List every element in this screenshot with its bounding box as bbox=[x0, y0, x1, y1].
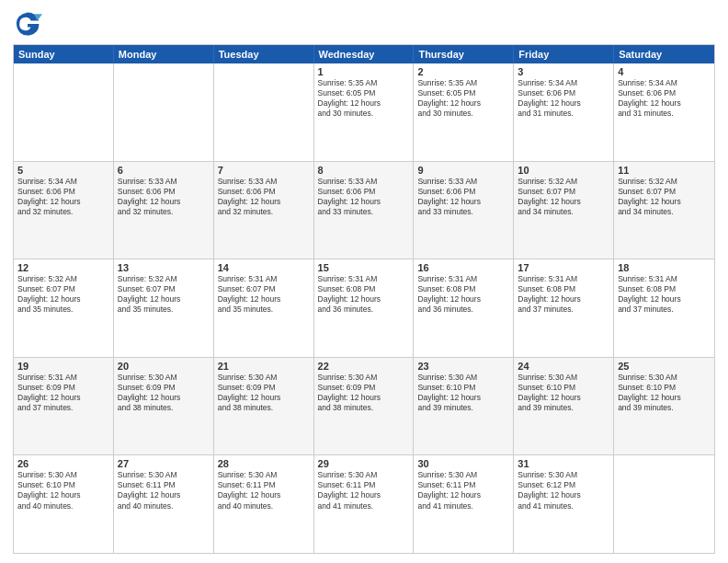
day-number: 31 bbox=[518, 458, 609, 469]
cal-cell-0-6: 4Sunrise: 5:34 AM Sunset: 6:06 PM Daylig… bbox=[614, 63, 714, 161]
cal-cell-0-5: 3Sunrise: 5:34 AM Sunset: 6:06 PM Daylig… bbox=[514, 63, 614, 161]
cell-info: Sunrise: 5:30 AM Sunset: 6:11 PM Dayligh… bbox=[118, 470, 210, 511]
day-number: 6 bbox=[118, 165, 210, 176]
calendar-body: 1Sunrise: 5:35 AM Sunset: 6:05 PM Daylig… bbox=[14, 63, 714, 553]
cal-cell-4-2: 28Sunrise: 5:30 AM Sunset: 6:11 PM Dayli… bbox=[214, 455, 314, 553]
day-number: 25 bbox=[618, 361, 711, 372]
day-number: 12 bbox=[17, 262, 109, 273]
cal-cell-2-2: 14Sunrise: 5:31 AM Sunset: 6:07 PM Dayli… bbox=[214, 259, 314, 357]
day-number: 19 bbox=[17, 361, 109, 372]
day-number: 17 bbox=[518, 262, 609, 273]
cell-info: Sunrise: 5:32 AM Sunset: 6:07 PM Dayligh… bbox=[518, 177, 609, 217]
cell-info: Sunrise: 5:34 AM Sunset: 6:06 PM Dayligh… bbox=[618, 78, 711, 119]
day-number: 7 bbox=[218, 165, 310, 176]
cell-info: Sunrise: 5:32 AM Sunset: 6:07 PM Dayligh… bbox=[618, 177, 711, 217]
calendar-row-1: 5Sunrise: 5:34 AM Sunset: 6:06 PM Daylig… bbox=[14, 161, 714, 259]
day-number: 21 bbox=[218, 361, 310, 372]
cal-cell-2-4: 16Sunrise: 5:31 AM Sunset: 6:08 PM Dayli… bbox=[414, 259, 514, 357]
header-day-monday: Monday bbox=[114, 45, 214, 63]
day-number: 4 bbox=[618, 66, 711, 77]
cell-info: Sunrise: 5:35 AM Sunset: 6:05 PM Dayligh… bbox=[417, 78, 509, 119]
day-number: 1 bbox=[318, 66, 410, 77]
day-number: 9 bbox=[417, 165, 509, 176]
day-number: 3 bbox=[518, 66, 609, 77]
cal-cell-3-4: 23Sunrise: 5:30 AM Sunset: 6:10 PM Dayli… bbox=[414, 358, 514, 455]
cell-info: Sunrise: 5:30 AM Sunset: 6:09 PM Dayligh… bbox=[218, 373, 310, 413]
cal-cell-3-5: 24Sunrise: 5:30 AM Sunset: 6:10 PM Dayli… bbox=[514, 358, 614, 455]
cal-cell-4-4: 30Sunrise: 5:30 AM Sunset: 6:11 PM Dayli… bbox=[414, 455, 514, 553]
cal-cell-3-2: 21Sunrise: 5:30 AM Sunset: 6:09 PM Dayli… bbox=[214, 358, 314, 455]
cell-info: Sunrise: 5:32 AM Sunset: 6:07 PM Dayligh… bbox=[118, 274, 210, 315]
day-number: 20 bbox=[118, 361, 210, 372]
day-number: 28 bbox=[218, 458, 310, 469]
cal-cell-3-6: 25Sunrise: 5:30 AM Sunset: 6:10 PM Dayli… bbox=[614, 358, 714, 455]
day-number: 13 bbox=[118, 262, 210, 273]
cal-cell-2-5: 17Sunrise: 5:31 AM Sunset: 6:08 PM Dayli… bbox=[514, 259, 614, 357]
day-number: 15 bbox=[318, 262, 410, 273]
cal-cell-0-3: 1Sunrise: 5:35 AM Sunset: 6:05 PM Daylig… bbox=[314, 63, 415, 161]
day-number: 10 bbox=[518, 165, 609, 176]
header bbox=[13, 9, 715, 39]
cell-info: Sunrise: 5:33 AM Sunset: 6:06 PM Dayligh… bbox=[118, 177, 210, 217]
day-number: 5 bbox=[17, 165, 109, 176]
cell-info: Sunrise: 5:33 AM Sunset: 6:06 PM Dayligh… bbox=[218, 177, 310, 217]
day-number: 14 bbox=[218, 262, 310, 273]
day-number: 30 bbox=[417, 458, 509, 469]
header-day-thursday: Thursday bbox=[414, 45, 514, 63]
cal-cell-0-2 bbox=[214, 63, 314, 161]
calendar-row-3: 19Sunrise: 5:31 AM Sunset: 6:09 PM Dayli… bbox=[14, 357, 714, 455]
day-number: 11 bbox=[618, 165, 711, 176]
cal-cell-3-3: 22Sunrise: 5:30 AM Sunset: 6:09 PM Dayli… bbox=[314, 358, 415, 455]
day-number: 27 bbox=[118, 458, 210, 469]
calendar-row-4: 26Sunrise: 5:30 AM Sunset: 6:10 PM Dayli… bbox=[14, 454, 714, 553]
cal-cell-4-6 bbox=[614, 455, 714, 553]
cal-cell-1-0: 5Sunrise: 5:34 AM Sunset: 6:06 PM Daylig… bbox=[14, 162, 114, 259]
calendar-row-2: 12Sunrise: 5:32 AM Sunset: 6:07 PM Dayli… bbox=[14, 259, 714, 357]
day-number: 8 bbox=[318, 165, 410, 176]
cal-cell-3-0: 19Sunrise: 5:31 AM Sunset: 6:09 PM Dayli… bbox=[14, 358, 114, 455]
page: SundayMondayTuesdayWednesdayThursdayFrid… bbox=[0, 0, 728, 563]
day-number: 29 bbox=[318, 458, 410, 469]
cal-cell-0-1 bbox=[114, 63, 214, 161]
cell-info: Sunrise: 5:31 AM Sunset: 6:07 PM Dayligh… bbox=[218, 274, 310, 315]
day-number: 16 bbox=[417, 262, 509, 273]
calendar: SundayMondayTuesdayWednesdayThursdayFrid… bbox=[13, 44, 715, 554]
cell-info: Sunrise: 5:30 AM Sunset: 6:11 PM Dayligh… bbox=[318, 470, 410, 511]
cal-cell-4-1: 27Sunrise: 5:30 AM Sunset: 6:11 PM Dayli… bbox=[114, 455, 214, 553]
day-number: 2 bbox=[417, 66, 509, 77]
cal-cell-2-6: 18Sunrise: 5:31 AM Sunset: 6:08 PM Dayli… bbox=[614, 259, 714, 357]
cell-info: Sunrise: 5:30 AM Sunset: 6:09 PM Dayligh… bbox=[118, 373, 210, 413]
cell-info: Sunrise: 5:30 AM Sunset: 6:10 PM Dayligh… bbox=[17, 470, 109, 511]
cell-info: Sunrise: 5:31 AM Sunset: 6:08 PM Dayligh… bbox=[618, 274, 711, 315]
cell-info: Sunrise: 5:33 AM Sunset: 6:06 PM Dayligh… bbox=[417, 177, 509, 217]
cell-info: Sunrise: 5:30 AM Sunset: 6:10 PM Dayligh… bbox=[618, 373, 711, 413]
day-number: 23 bbox=[417, 361, 509, 372]
cell-info: Sunrise: 5:30 AM Sunset: 6:12 PM Dayligh… bbox=[518, 470, 609, 511]
cal-cell-0-4: 2Sunrise: 5:35 AM Sunset: 6:05 PM Daylig… bbox=[414, 63, 514, 161]
day-number: 18 bbox=[618, 262, 711, 273]
cell-info: Sunrise: 5:34 AM Sunset: 6:06 PM Dayligh… bbox=[17, 177, 109, 217]
cell-info: Sunrise: 5:30 AM Sunset: 6:10 PM Dayligh… bbox=[417, 373, 509, 413]
cal-cell-2-1: 13Sunrise: 5:32 AM Sunset: 6:07 PM Dayli… bbox=[114, 259, 214, 357]
calendar-row-0: 1Sunrise: 5:35 AM Sunset: 6:05 PM Daylig… bbox=[14, 63, 714, 161]
cell-info: Sunrise: 5:31 AM Sunset: 6:08 PM Dayligh… bbox=[318, 274, 410, 315]
day-number: 22 bbox=[318, 361, 410, 372]
cal-cell-0-0 bbox=[14, 63, 114, 161]
cell-info: Sunrise: 5:33 AM Sunset: 6:06 PM Dayligh… bbox=[318, 177, 410, 217]
logo bbox=[13, 9, 46, 39]
cell-info: Sunrise: 5:31 AM Sunset: 6:08 PM Dayligh… bbox=[518, 274, 609, 315]
cell-info: Sunrise: 5:35 AM Sunset: 6:05 PM Dayligh… bbox=[318, 78, 410, 119]
cal-cell-1-2: 7Sunrise: 5:33 AM Sunset: 6:06 PM Daylig… bbox=[214, 162, 314, 259]
cal-cell-2-3: 15Sunrise: 5:31 AM Sunset: 6:08 PM Dayli… bbox=[314, 259, 415, 357]
cal-cell-1-5: 10Sunrise: 5:32 AM Sunset: 6:07 PM Dayli… bbox=[514, 162, 614, 259]
header-day-friday: Friday bbox=[514, 45, 614, 63]
cal-cell-1-1: 6Sunrise: 5:33 AM Sunset: 6:06 PM Daylig… bbox=[114, 162, 214, 259]
logo-icon bbox=[13, 9, 42, 39]
header-day-tuesday: Tuesday bbox=[214, 45, 314, 63]
cell-info: Sunrise: 5:30 AM Sunset: 6:11 PM Dayligh… bbox=[218, 470, 310, 511]
header-day-wednesday: Wednesday bbox=[314, 45, 415, 63]
cell-info: Sunrise: 5:30 AM Sunset: 6:11 PM Dayligh… bbox=[417, 470, 509, 511]
day-number: 24 bbox=[518, 361, 609, 372]
cal-cell-1-6: 11Sunrise: 5:32 AM Sunset: 6:07 PM Dayli… bbox=[614, 162, 714, 259]
cal-cell-1-4: 9Sunrise: 5:33 AM Sunset: 6:06 PM Daylig… bbox=[414, 162, 514, 259]
